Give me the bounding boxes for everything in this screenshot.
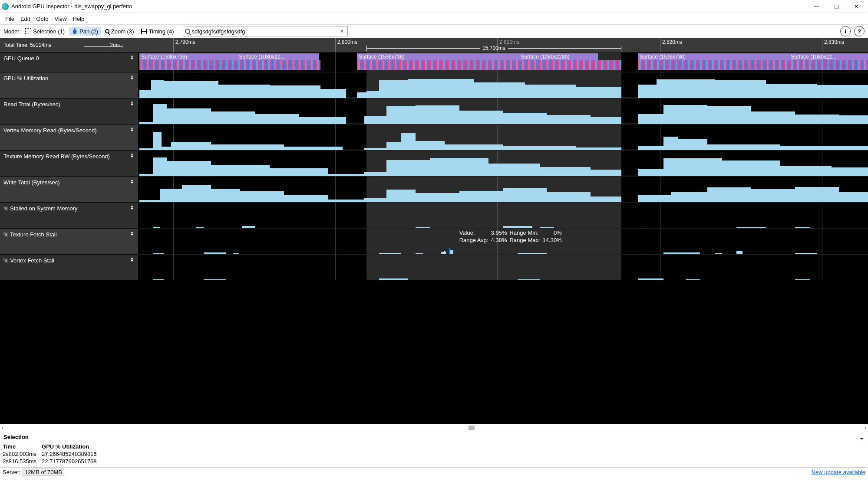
timeline[interactable]: Total Time: 5s114ms2ms2,790ms2,800ms2,81… [0,38,868,424]
update-link[interactable]: New update available [812,469,865,475]
app-icon [2,3,9,10]
counter-bar [366,91,379,98]
menu-view[interactable]: View [52,15,69,23]
track-body[interactable] [138,72,868,98]
track-name: % Texture Fetch Stall [3,231,57,238]
counter-bar [751,111,795,124]
counter-bar [817,85,868,98]
mode-pan[interactable]: Pan (2) [69,27,101,36]
track-body[interactable]: Surface (1536x736)Surface (1080x22...Sur… [138,52,868,72]
surface-block[interactable]: Surface (1536x736) [638,53,789,60]
track-label[interactable]: % Vertex Fetch Stall [0,254,138,280]
pin-icon[interactable] [129,179,135,184]
counter-bar [547,115,591,124]
track-body[interactable] [138,150,868,176]
scroll-thumb[interactable] [469,426,475,430]
pin-icon[interactable] [129,153,135,158]
col-time[interactable]: Time [2,443,41,450]
counter-bar [171,142,211,150]
track-label[interactable]: % Stalled on System Memory [0,202,138,228]
track-body[interactable] [138,176,868,202]
track-label[interactable]: Read Total (Bytes/sec) [0,98,138,124]
track[interactable]: % Texture Fetch StallValue:3.95%Range Mi… [0,228,868,254]
table-row[interactable]: 2s816.535ms22.717787602651768 [2,458,101,465]
pan-icon [72,28,78,34]
search-input[interactable] [192,28,337,35]
info-button[interactable]: i [840,26,851,36]
track-body[interactable] [138,202,868,228]
close-button[interactable]: ✕ [846,0,866,13]
track-label[interactable]: GPU % Utilization [0,72,138,98]
scroll-right-icon[interactable]: › [865,424,866,431]
mode-zoom[interactable]: Zoom (3) [102,27,137,36]
window-controls: — ▢ ✕ [806,0,866,13]
track-label[interactable]: GPU Queue 0 [0,52,138,72]
track-label[interactable]: Texture Memory Read BW (Bytes/Second) [0,150,138,176]
track[interactable]: GPU % Utilization [0,72,868,98]
pin-icon[interactable] [129,101,135,106]
track-body[interactable] [138,124,868,150]
counter-bar [707,187,751,202]
track-body[interactable]: Value:3.95%Range Min:0%Range Avg:4.38%Ra… [138,228,868,254]
counter-bar [386,142,401,150]
counter-bar [211,165,269,176]
menu-edit[interactable]: Edit [18,15,33,23]
track[interactable]: GPU Queue 0Surface (1536x736)Surface (10… [0,52,868,72]
counter-bar [167,161,211,176]
counter-bar [657,79,715,98]
ruler-tick: 2,800ms [335,38,359,52]
menu-file[interactable]: File [3,15,17,23]
track-name: Write Total (Bytes/sec) [3,179,60,186]
track-body[interactable] [138,98,868,124]
track[interactable]: % Stalled on System Memory [0,202,868,228]
track[interactable]: Vertex Memory Read (Bytes/Second) [0,124,868,150]
surface-block[interactable]: Surface (1080x22... [789,53,868,60]
minimize-button[interactable]: — [806,0,826,13]
surface-block[interactable]: Surface (1536x736) [139,53,237,60]
col-metric[interactable]: GPU % Utilization [41,443,101,450]
mode-selection[interactable]: Selection (1) [23,27,67,36]
counter-bar [638,195,671,202]
table-row[interactable]: 2s802.003ms27.266485240389816 [2,450,101,458]
gpu-activity-stripe [139,60,320,70]
mode-timing[interactable]: Timing (4) [139,27,177,36]
counter-bar [715,80,766,98]
maximize-button[interactable]: ▢ [826,0,846,13]
surface-block[interactable]: Surface (1080x2280) [519,53,598,60]
search-box[interactable]: × [183,26,348,36]
surface-block[interactable]: Surface (1536x736) [357,53,519,60]
track-body[interactable] [138,254,868,280]
counter-bar [459,111,503,124]
track[interactable]: Read Total (Bytes/sec) [0,98,868,124]
track[interactable]: Texture Memory Read BW (Bytes/Second) [0,150,868,176]
pin-icon[interactable] [129,55,135,60]
track[interactable]: Write Total (Bytes/sec) [0,176,868,202]
counter-bar [386,190,416,202]
gpu-activity-stripe [638,60,868,70]
track-label[interactable]: % Texture Fetch Stall [0,228,138,254]
counter-bar [270,85,321,98]
counter-bar [795,187,839,202]
counter-bar [218,85,270,98]
counter-bar [474,82,525,98]
pin-icon[interactable] [129,205,135,210]
counter-bar [211,111,255,124]
menu-help[interactable]: Help [70,15,87,23]
track-label[interactable]: Vertex Memory Read (Bytes/Second) [0,124,138,150]
mode-label: Mode: [3,28,19,35]
pin-icon[interactable] [129,127,135,132]
search-clear-button[interactable]: × [338,28,345,35]
pin-icon[interactable] [129,257,135,262]
track[interactable]: % Vertex Fetch Stall [0,254,868,280]
counter-bar [832,167,868,176]
scroll-left-icon[interactable]: ‹ [2,424,3,431]
collapse-icon[interactable]: ⌄ [859,433,865,441]
track-label[interactable]: Write Total (Bytes/sec) [0,176,138,202]
horizontal-scrollbar[interactable]: ‹ › [0,424,868,431]
ruler[interactable]: Total Time: 5s114ms2ms2,790ms2,800ms2,81… [0,38,868,52]
surface-block[interactable]: Surface (1080x22... [238,53,319,60]
menu-goto[interactable]: Goto [33,15,51,23]
help-button[interactable]: ? [854,26,865,36]
pin-icon[interactable] [129,75,135,80]
pin-icon[interactable] [129,231,135,236]
